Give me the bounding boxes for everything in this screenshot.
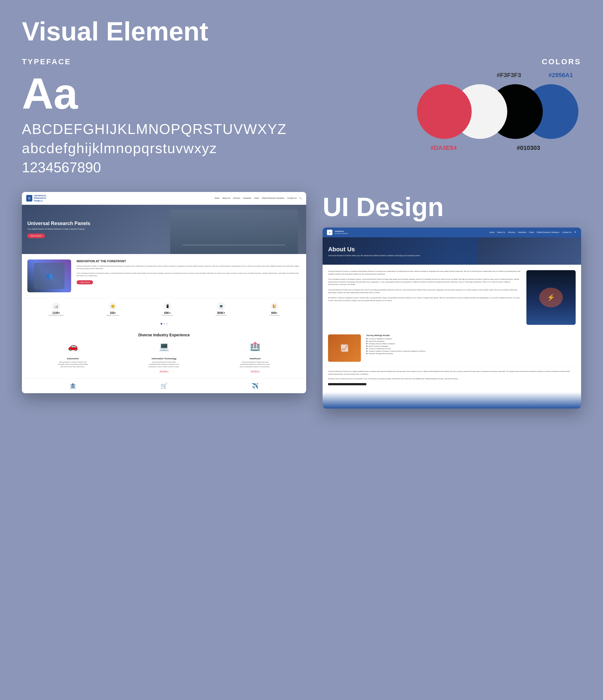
bottom-icon-3: ✈️ (247, 382, 263, 389)
about-content: Universal Research Panels is a leading G… (322, 265, 581, 330)
about-mockup: U UNIVERSAL RESEARCH PANELS Home About U… (322, 227, 581, 408)
offerings-image: 📈 (328, 334, 361, 362)
innovation-image: 👥 (27, 259, 71, 292)
offering-3-text: Strategic Decision Makers Database (368, 343, 395, 345)
innovation-text: INNOVATION AT THE FOREFRONT Universal Re… (77, 259, 301, 292)
about-search-icon[interactable]: 🔍 (574, 231, 577, 233)
innovation-title: INNOVATION AT THE FOREFRONT (77, 259, 301, 263)
hero-cta-button[interactable]: Get In Touch (27, 233, 45, 238)
stat-num-1: 1100+ (49, 311, 64, 315)
about-hero-bg-sim (478, 238, 581, 265)
nav-search-icon[interactable]: 🔍 (299, 197, 302, 199)
offering-4-text: Brand Tracking Campaigns (368, 345, 388, 347)
stat-label-5: Online Diaries (269, 315, 280, 316)
hero-person-area (170, 205, 298, 254)
mockup-navbar: U UNIVERSAL RESEARCH PANELS Home About U… (22, 192, 306, 205)
colors-label: COLORS (390, 57, 581, 66)
automotive-name: Automotive (57, 357, 90, 360)
about-hero-title: About Us (328, 246, 420, 253)
footer-wave (322, 392, 581, 408)
hero-subtitle: Your Global Partner for Market Research … (27, 228, 90, 230)
pagination-dots (22, 320, 306, 327)
nav-panel[interactable]: Panel (254, 197, 259, 199)
page-title: Visual Element (22, 17, 581, 47)
logo-icon: U (26, 195, 32, 202)
nav-industries[interactable]: Industries (243, 197, 251, 199)
color-label-white: #F3F3F3 (497, 72, 521, 79)
stat-label-3: Phone Surveys (162, 315, 173, 316)
typeface-numbers: 1234567890 (22, 159, 362, 176)
about-nav-home[interactable]: Home (489, 231, 495, 233)
logo-tagline: RESEARCH PANELS (34, 197, 54, 202)
team-sim: 👥 (34, 263, 65, 289)
offering-5: Customer Satisfaction Surveys (366, 348, 576, 349)
about-nav-global[interactable]: Global Research Solutions (536, 231, 559, 233)
automotive-text: We specialize in market research and lev… (57, 361, 90, 368)
bullet-1 (366, 338, 367, 339)
about-nav-about[interactable]: About Us (498, 231, 505, 233)
mockups-section: U UNIVERSAL RESEARCH PANELS Home About U… (22, 192, 581, 408)
color-circle-red (417, 84, 472, 139)
nav-about[interactable]: About Us (222, 197, 231, 199)
stat-num-3: 60K+ (162, 311, 173, 315)
main-container: Visual Element TYPEFACE Aa ABCDEFGHIJKLM… (22, 17, 581, 408)
about-nav-panel[interactable]: Panel (529, 231, 534, 233)
offering-7-text: Business Strategy Benchmarking (368, 353, 393, 354)
mockup-logo: U UNIVERSAL RESEARCH PANELS (26, 194, 54, 202)
innovation-section: 👥 INNOVATION AT THE FOREFRONT Universal … (22, 254, 306, 298)
about-para2: From emerging markets to developed regio… (328, 278, 521, 286)
diverse-title: Diverse Industry Experience (27, 333, 301, 337)
stat-customers: 😊 150+ Happy Customers (106, 302, 119, 316)
offerings-img-icon: 📈 (340, 344, 348, 352)
analysts-text: Universal Research Panels has a highly q… (328, 370, 576, 375)
about-img-content-sim: ⚡ (531, 281, 571, 314)
hero-content: Universal Research Panels Your Global Pa… (27, 221, 90, 239)
learn-more-button[interactable]: Learn More (77, 280, 93, 284)
right-section: UI Design U UNIVERSAL RESEARCH PANELS (322, 192, 581, 408)
about-hero-img-area (478, 238, 581, 265)
industries-list: 🚗 Automotive We specialize in market res… (27, 342, 301, 373)
nav-services[interactable]: Services (233, 197, 240, 199)
bullet-3 (366, 343, 367, 344)
about-navbar: U UNIVERSAL RESEARCH PANELS Home About U… (322, 227, 581, 238)
stat-icon-5: 📔 (270, 302, 279, 310)
offering-1-text: Consumer Intelligence Solutions (368, 338, 392, 340)
about-hero-content: About Us Universal Research Panels offer… (328, 246, 420, 256)
typeface-label: TYPEFACE (22, 57, 362, 66)
about-nav-contact[interactable]: Contact Us (562, 231, 572, 233)
stat-icon-4: 💻 (217, 302, 225, 310)
color-label-blue: #2956A1 (549, 72, 573, 79)
about-logo-text: UNIVERSAL RESEARCH PANELS (335, 230, 348, 234)
industry-automotive: 🚗 Automotive We specialize in market res… (57, 342, 90, 373)
logo-company-name: UNIVERSAL (34, 194, 54, 197)
stats-section: 📊 1100+ Quantitative Projects 😊 150+ Hap… (22, 298, 306, 320)
offering-2: Deep Dive Databases (366, 341, 576, 342)
colors-section: COLORS #F3F3F3 #2956A1 #DA3E54 #010303 (390, 57, 581, 176)
about-tagline: RESEARCH PANELS (335, 233, 348, 234)
typeface-lowercase: abcdefghijklmnopqrstuvwxyz (22, 140, 362, 156)
about-nav-industries[interactable]: Industries (518, 231, 526, 233)
circular-element-sim: ⚡ (539, 288, 563, 307)
about-nav-services[interactable]: Services (508, 231, 515, 233)
dot-3[interactable] (166, 323, 168, 325)
bullet-5 (366, 348, 367, 349)
nav-global[interactable]: Global Research Solutions (262, 197, 285, 199)
about-logo-icon: U (327, 230, 332, 235)
color-label-black: #010303 (517, 144, 540, 151)
dot-2[interactable] (163, 323, 165, 325)
it-name: Information Technology (148, 357, 180, 360)
healthcare-view-more[interactable]: View More > (250, 370, 260, 372)
offering-3: Strategic Decision Makers Database (366, 343, 576, 345)
about-text: Universal Research Panels is a leading G… (328, 270, 521, 325)
it-view-more[interactable]: View More > (160, 370, 169, 372)
person-laptop-sim (170, 210, 298, 254)
offering-6: Shopper Insights & Shopper Cohesion Repo… (366, 350, 576, 352)
nav-contact[interactable]: Contact Us (287, 197, 297, 199)
ui-design-title: UI Design (322, 192, 581, 222)
dot-1[interactable] (161, 323, 162, 325)
offering-1: Consumer Intelligence Solutions (366, 338, 576, 340)
offerings-content: 📈 Our key offerings include: Consumer In… (328, 334, 576, 362)
nav-home[interactable]: Home (215, 197, 220, 199)
stat-diaries: 📔 840+ Online Diaries (269, 302, 280, 316)
stat-num-4: 360K+ (216, 311, 227, 315)
